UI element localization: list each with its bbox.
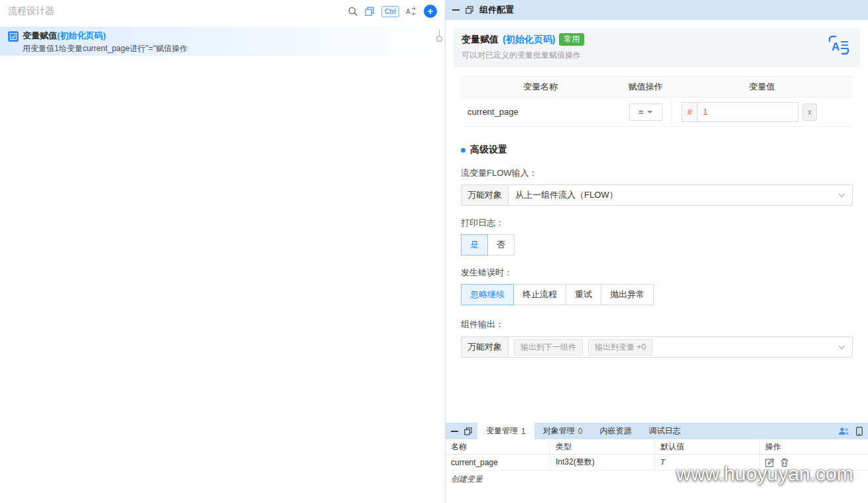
error-ignore-button[interactable]: 忽略继续 — [461, 284, 514, 305]
flow-input-label: 流变量FLOW输入： — [461, 167, 853, 179]
print-log-yes-button[interactable]: 是 — [461, 234, 488, 255]
error-throw-button[interactable]: 抛出异常 — [601, 284, 654, 305]
clear-value-button[interactable]: x — [802, 104, 817, 121]
component-alias: (初始化页码) — [503, 34, 555, 46]
tab-count: 0 — [578, 427, 583, 436]
col-header-operation: 赋值操作 — [620, 81, 671, 93]
page-title: 流程设计器 — [8, 5, 54, 17]
add-component-button[interactable]: + — [424, 5, 437, 18]
flow-designer-panel: 流程设计器 Ctrl A + 变量赋值(初始化页码) 用变量值1给变量curre… — [0, 0, 446, 503]
flow-node-title: 变量赋值(初始化页码) — [23, 31, 106, 40]
component-subtitle: 可以对已定义的变量批量赋值操作 — [462, 50, 852, 61]
config-panel-header: 组件配置 — [446, 0, 868, 20]
flow-input-select[interactable]: 万能对象 从上一组件流入（FLOW） — [461, 184, 853, 206]
operator-select[interactable]: = — [629, 104, 662, 121]
operator-value: = — [639, 107, 644, 117]
restore-window-icon[interactable] — [464, 427, 472, 435]
print-log-no-button[interactable]: 否 — [487, 234, 515, 255]
tab-embedded-resources[interactable]: 内嵌资源 — [591, 423, 640, 439]
flow-input-value: 从上一组件流入（FLOW） — [509, 189, 838, 201]
col-header-default: 默认值 — [655, 439, 760, 454]
ai-logo-icon: A — [827, 35, 851, 58]
error-stop-button[interactable]: 终止流程 — [513, 284, 566, 305]
minimize-icon[interactable] — [451, 431, 458, 432]
rename-letters-icon[interactable]: A — [406, 7, 417, 17]
restore-window-icon[interactable] — [465, 6, 473, 14]
create-variable-link[interactable]: 创建变量 — [446, 470, 488, 488]
users-icon[interactable] — [838, 427, 849, 435]
tab-object-manager[interactable]: 对象管理0 — [534, 423, 591, 439]
col-header-variable-name: 变量名称 — [461, 81, 620, 93]
component-config-panel: 组件配置 变量赋值 (初始化页码) 常用 可以对已定义的变量批量赋值操作 A — [446, 0, 868, 423]
ctrl-key-badge[interactable]: Ctrl — [381, 6, 399, 17]
minimize-icon[interactable] — [452, 9, 460, 11]
chevron-down-icon — [838, 345, 845, 350]
output-next-component-tag[interactable]: 输出到下一组件 — [514, 339, 583, 356]
variable-value-input[interactable] — [698, 102, 798, 122]
col-header-operation: 操作 — [760, 439, 868, 454]
col-header-value: 变量值 — [671, 81, 853, 93]
svg-text:A: A — [832, 40, 839, 53]
common-badge: 常用 — [559, 33, 584, 46]
variable-table-header: 名称 类型 默认值 操作 — [446, 439, 868, 455]
bullet-dot-icon — [461, 148, 465, 153]
output-to-variable-tag[interactable]: 输出到变量 +0 — [588, 339, 652, 356]
col-header-type: 类型 — [550, 439, 655, 454]
copy-pages-icon[interactable] — [365, 7, 375, 17]
flow-input-prefix: 万能对象 — [462, 185, 509, 205]
output-prefix: 万能对象 — [462, 337, 509, 357]
error-retry-button[interactable]: 重试 — [566, 284, 601, 305]
component-output-select[interactable]: 万能对象 输出到下一组件 输出到变量 +0 — [461, 336, 853, 358]
chevron-down-icon — [647, 111, 652, 116]
svg-text:A: A — [406, 8, 410, 15]
chevron-down-icon — [838, 193, 845, 198]
component-name: 变量赋值 — [462, 34, 499, 46]
on-error-options: 忽略继续 终止流程 重试 抛出异常 — [461, 284, 853, 305]
col-header-name: 名称 — [446, 439, 550, 454]
flow-node-description: 用变量值1给变量current_page进行"="赋值操作 — [23, 43, 188, 54]
variable-name-cell: current_page — [446, 455, 550, 470]
bottom-panel-header: 变量管理1 对象管理0 内嵌资源 调试日志 — [446, 423, 868, 439]
component-output-label: 组件输出： — [461, 319, 853, 330]
flow-designer-toolbar: 流程设计器 Ctrl A + — [0, 0, 445, 23]
on-error-label: 发生错误时： — [461, 267, 853, 279]
mobile-phone-icon[interactable] — [856, 427, 863, 436]
flow-node-variable-assign[interactable]: 变量赋值(初始化页码) 用变量值1给变量current_page进行"="赋值操… — [0, 27, 434, 56]
search-icon[interactable] — [347, 6, 358, 17]
tab-debug-log[interactable]: 调试日志 — [640, 423, 689, 439]
watermark-text: www.huoyuyan.com — [676, 463, 853, 485]
variable-type-cell: Int32(整数) — [550, 455, 655, 470]
tab-variable-manager[interactable]: 变量管理1 — [477, 423, 534, 439]
value-type-prefix: # — [682, 102, 698, 122]
print-log-toggle: 是 否 — [461, 234, 853, 255]
tab-count: 1 — [521, 427, 526, 436]
connector-handle[interactable] — [436, 36, 442, 42]
table-row: current_page = # x — [461, 98, 853, 127]
connector-line — [439, 30, 440, 36]
print-log-label: 打印日志： — [461, 217, 853, 229]
variable-assignment-table: 变量名称 赋值操作 变量值 current_page = # — [461, 76, 853, 127]
variable-name-cell: current_page — [461, 107, 620, 117]
advanced-settings-title: 高级设置 — [461, 144, 853, 156]
config-panel-title: 组件配置 — [479, 4, 514, 16]
variable-assign-icon — [8, 31, 19, 42]
component-info-card: 变量赋值 (初始化页码) 常用 可以对已定义的变量批量赋值操作 A — [454, 28, 860, 67]
